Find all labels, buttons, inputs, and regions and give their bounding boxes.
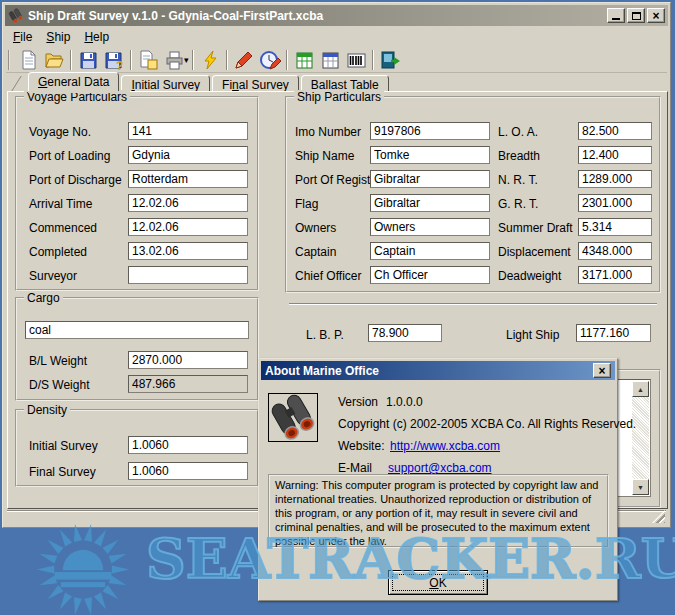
final-density-input[interactable] xyxy=(128,462,248,480)
toolbar-grip xyxy=(8,50,11,70)
tab-general-data[interactable]: General Data xyxy=(28,72,119,91)
port-of-loading-label: Port of Loading xyxy=(29,149,110,163)
dialog-close-button[interactable]: × xyxy=(593,363,611,378)
voyage-no-label: Voyage No. xyxy=(29,125,91,139)
titlebar[interactable]: Ship Draft Survey v.1.0 - Gdynia-Coal-Fi… xyxy=(5,5,668,26)
arrival-time-input[interactable] xyxy=(128,194,248,212)
ship-name-input[interactable] xyxy=(370,146,490,164)
toolbar-separator xyxy=(130,50,132,70)
nrt-label: N. R. T. xyxy=(498,173,538,187)
clock-edit-icon[interactable] xyxy=(257,48,283,72)
commenced-label: Commenced xyxy=(29,221,97,235)
maximize-button[interactable] xyxy=(627,8,645,23)
cargo-group: Cargo B/L Weight D/S Weight xyxy=(15,297,259,401)
lbp-label: L. B. P. xyxy=(306,328,344,342)
voyage-particulars-group: Voyage Particulars Voyage No. Port of Lo… xyxy=(15,96,259,291)
imo-number-input[interactable] xyxy=(370,122,490,140)
tab-lead-slash xyxy=(11,76,21,91)
deadweight-label: Deadweight xyxy=(498,269,561,283)
menu-file[interactable]: File xyxy=(6,29,39,45)
light-ship-label: Light Ship xyxy=(506,328,559,342)
sun-logo-icon xyxy=(8,522,158,615)
print-dropdown-arrow[interactable]: ▾ xyxy=(184,55,189,65)
exit-icon[interactable] xyxy=(377,48,403,72)
port-of-registry-input[interactable] xyxy=(370,170,490,188)
owners-label: Owners xyxy=(295,221,336,235)
port-of-loading-input[interactable] xyxy=(128,146,248,164)
initial-density-input[interactable] xyxy=(128,436,248,454)
loa-input[interactable] xyxy=(578,122,652,140)
ds-weight-input xyxy=(128,375,248,393)
calculate-lightning-icon[interactable] xyxy=(197,48,223,72)
completed-input[interactable] xyxy=(128,242,248,260)
version-value: 1.0.0.0 xyxy=(386,395,423,409)
group-title: Voyage Particulars xyxy=(24,90,130,104)
save-as-icon[interactable]: ? xyxy=(101,48,127,72)
new-file-icon[interactable] xyxy=(15,48,41,72)
save-icon[interactable] xyxy=(75,48,101,72)
port-of-discharge-input[interactable] xyxy=(128,170,248,188)
flag-input[interactable] xyxy=(370,194,490,212)
email-link[interactable]: support@xcba.com xyxy=(388,461,492,475)
edit-pencil-icon[interactable] xyxy=(231,48,257,72)
binoculars-image xyxy=(268,393,318,442)
tab-initial-survey[interactable]: Initial Survey xyxy=(121,75,210,92)
summer-draft-label: Summer Draft xyxy=(498,221,573,235)
owners-input[interactable] xyxy=(370,218,490,236)
table-icon[interactable] xyxy=(317,48,343,72)
svg-text:?: ? xyxy=(116,59,123,71)
toolbar-separator xyxy=(286,50,288,70)
minimize-button[interactable] xyxy=(607,8,625,23)
ok-button[interactable]: OK xyxy=(388,570,488,595)
group-title: Density xyxy=(24,403,70,417)
nrt-input[interactable] xyxy=(578,170,652,188)
breadth-input[interactable] xyxy=(578,146,652,164)
menu-help[interactable]: Help xyxy=(77,29,116,45)
close-button[interactable]: × xyxy=(647,8,665,23)
ds-weight-label: D/S Weight xyxy=(29,378,89,392)
copyright-text: Copyright (c) 2002-2005 XCBA Co. All Rig… xyxy=(338,417,636,431)
tab-final-survey[interactable]: Final Survey xyxy=(212,75,299,92)
scroll-down-icon[interactable]: ▼ xyxy=(632,479,649,495)
divider xyxy=(289,303,657,305)
scroll-up-icon[interactable]: ▲ xyxy=(632,381,649,397)
menu-ship[interactable]: Ship xyxy=(39,29,77,45)
bl-weight-input[interactable] xyxy=(128,351,248,369)
grt-input[interactable] xyxy=(578,194,652,212)
vertical-scrollbar[interactable]: ▲ ▼ xyxy=(632,381,649,495)
port-of-registry-label: Port Of Registry xyxy=(295,173,380,187)
chief-officer-input[interactable] xyxy=(370,266,490,284)
open-file-icon[interactable] xyxy=(41,48,67,72)
export-icon[interactable] xyxy=(135,48,161,72)
displacement-input[interactable] xyxy=(578,242,652,260)
barcode-icon[interactable] xyxy=(343,48,369,72)
breadth-label: Breadth xyxy=(498,149,540,163)
lbp-input[interactable] xyxy=(368,324,442,342)
voyage-no-input[interactable] xyxy=(128,122,248,140)
window-title: Ship Draft Survey v.1.0 - Gdynia-Coal-Fi… xyxy=(28,9,605,23)
light-ship-input[interactable] xyxy=(576,324,651,342)
toolbar: ? ▾ xyxy=(6,47,667,73)
final-density-label: Final Survey xyxy=(29,465,96,479)
captain-input[interactable] xyxy=(370,242,490,260)
website-link[interactable]: http://www.xcba.com xyxy=(390,439,500,453)
ship-name-label: Ship Name xyxy=(295,149,354,163)
spreadsheet-icon[interactable] xyxy=(291,48,317,72)
surveyor-input[interactable] xyxy=(128,266,248,284)
completed-label: Completed xyxy=(29,245,87,259)
grt-label: G. R. T. xyxy=(498,197,538,211)
email-label: E-Mail xyxy=(338,461,372,475)
dialog-titlebar[interactable]: About Marine Office × xyxy=(261,361,615,380)
initial-density-label: Initial Survey xyxy=(29,439,98,453)
flag-label: Flag xyxy=(295,197,318,211)
commenced-input[interactable] xyxy=(128,218,248,236)
cargo-name-input[interactable] xyxy=(25,321,249,339)
group-title: Cargo xyxy=(24,291,63,305)
summer-draft-input[interactable] xyxy=(578,218,652,236)
surveyor-label: Surveyor xyxy=(29,269,77,283)
toolbar-separator xyxy=(70,50,72,70)
deadweight-input[interactable] xyxy=(578,266,652,284)
app-binoculars-icon xyxy=(8,8,24,24)
ship-particulars-group: Ship Particulars Imo Number Ship Name Po… xyxy=(285,96,661,293)
dialog-title: About Marine Office xyxy=(265,364,591,378)
